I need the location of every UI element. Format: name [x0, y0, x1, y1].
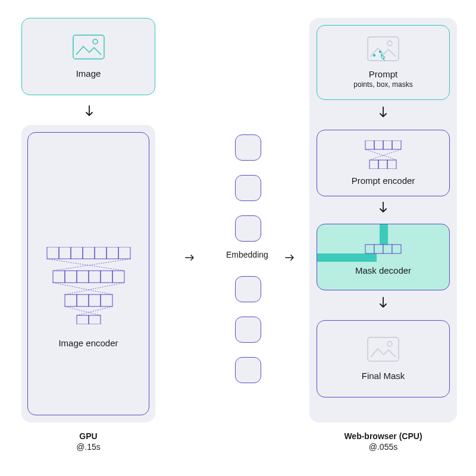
mask-decoder-box: Mask decoder — [317, 224, 450, 290]
arrow-right-icon — [284, 252, 296, 264]
mask-decoder-icon — [361, 239, 406, 262]
svg-rect-0 — [73, 35, 104, 59]
svg-rect-37 — [369, 160, 378, 169]
svg-line-9 — [47, 259, 124, 271]
svg-rect-12 — [65, 271, 77, 283]
arrow-right-icon — [184, 252, 196, 264]
mask-image-icon — [367, 337, 399, 364]
svg-rect-14 — [89, 271, 101, 283]
cpu-caption-title: Web-browser (CPU) — [309, 431, 457, 441]
svg-rect-8 — [118, 247, 130, 259]
cpu-caption: Web-browser (CPU) @.055s — [309, 431, 457, 452]
embedding-label: Embedding — [226, 250, 268, 259]
arrow-down-icon — [377, 298, 389, 309]
gpu-caption-title: GPU — [21, 431, 155, 441]
prompt-box-sub: points, box, masks — [353, 80, 412, 89]
image-encoder-box: Image encoder — [27, 132, 149, 415]
embedding-token — [235, 134, 261, 161]
svg-rect-21 — [89, 295, 101, 306]
arrow-down-icon — [377, 202, 389, 214]
svg-rect-42 — [383, 245, 392, 253]
prompt-icon — [367, 36, 399, 65]
prompt-box: Prompt points, box, masks — [317, 25, 450, 100]
svg-line-35 — [365, 149, 397, 160]
svg-rect-15 — [101, 271, 112, 283]
final-mask-label: Final Mask — [362, 371, 405, 381]
image-encoder-label: Image encoder — [58, 338, 118, 348]
arrow-down-icon — [377, 107, 389, 119]
svg-rect-22 — [101, 295, 112, 306]
svg-rect-33 — [383, 140, 392, 149]
svg-rect-26 — [89, 315, 101, 324]
svg-rect-2 — [47, 247, 59, 259]
prompt-encoder-icon — [356, 140, 410, 171]
svg-rect-43 — [392, 245, 401, 253]
svg-rect-44 — [368, 337, 399, 361]
svg-rect-4 — [71, 247, 83, 259]
svg-point-29 — [373, 54, 375, 57]
cpu-caption-time: @.055s — [309, 441, 457, 452]
svg-rect-34 — [392, 140, 401, 149]
gpu-caption-time: @.15s — [21, 441, 155, 452]
svg-rect-11 — [53, 271, 65, 283]
embedding-token — [235, 175, 261, 201]
embedding-token — [235, 215, 261, 242]
svg-point-28 — [387, 41, 392, 46]
svg-line-18 — [65, 283, 124, 295]
svg-rect-25 — [77, 315, 89, 324]
svg-rect-19 — [65, 295, 77, 306]
svg-line-36 — [369, 149, 401, 160]
svg-rect-13 — [77, 271, 89, 283]
prompt-box-label: Prompt — [369, 69, 397, 79]
gpu-caption: GPU @.15s — [21, 431, 155, 452]
svg-rect-20 — [77, 295, 89, 306]
image-box: Image — [21, 18, 155, 95]
svg-rect-38 — [378, 160, 387, 169]
prompt-encoder-box: Prompt encoder — [317, 130, 450, 196]
svg-line-17 — [53, 283, 112, 295]
embedding-token — [235, 317, 261, 343]
embedding-stack — [235, 134, 261, 397]
svg-rect-5 — [83, 247, 95, 259]
svg-point-45 — [387, 342, 392, 346]
prompt-encoder-label: Prompt encoder — [352, 176, 415, 186]
svg-rect-7 — [107, 247, 118, 259]
image-box-label: Image — [76, 68, 101, 79]
svg-point-30 — [379, 51, 381, 53]
mask-decoder-label: Mask decoder — [355, 265, 411, 275]
final-mask-box: Final Mask — [317, 320, 450, 397]
svg-rect-39 — [387, 160, 396, 169]
encoder-pyramid-icon — [44, 247, 133, 326]
svg-rect-6 — [95, 247, 107, 259]
embedding-token — [235, 357, 261, 383]
svg-rect-31 — [365, 140, 374, 149]
svg-rect-41 — [374, 245, 383, 253]
svg-rect-40 — [365, 245, 374, 253]
embedding-token — [235, 276, 261, 302]
svg-line-10 — [53, 259, 130, 271]
svg-rect-3 — [59, 247, 71, 259]
image-icon — [73, 35, 105, 61]
svg-rect-27 — [368, 37, 399, 61]
svg-rect-16 — [112, 271, 124, 283]
arrow-down-icon — [83, 106, 95, 118]
svg-point-1 — [93, 39, 98, 44]
svg-rect-32 — [374, 140, 383, 149]
